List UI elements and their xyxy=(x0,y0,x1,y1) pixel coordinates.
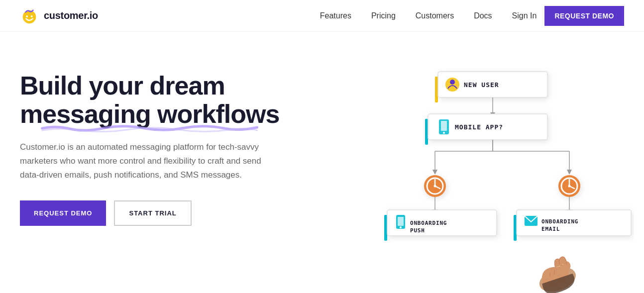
nav-link-docs[interactable]: Docs xyxy=(474,11,492,20)
svg-point-2 xyxy=(31,15,33,17)
svg-rect-11 xyxy=(425,119,428,145)
nav-links: Features Pricing Customers Docs xyxy=(320,11,492,20)
sign-in-button[interactable]: Sign In xyxy=(512,11,537,20)
hero-title: Build your dream messaging workflows xyxy=(20,72,279,128)
svg-text:PUSH: PUSH xyxy=(410,227,425,234)
hero-description: Customer.io is an automated messaging pl… xyxy=(20,140,279,182)
nav-link-features[interactable]: Features xyxy=(320,11,351,20)
svg-point-7 xyxy=(450,80,455,85)
logo-icon xyxy=(20,6,39,25)
svg-rect-48 xyxy=(514,215,517,241)
svg-point-0 xyxy=(23,10,36,23)
hero-content: Build your dream messaging workflows Cus… xyxy=(20,62,279,226)
svg-point-45 xyxy=(400,226,402,228)
svg-text:ONBOARDING: ONBOARDING xyxy=(541,218,578,225)
svg-text:EMAIL: EMAIL xyxy=(541,226,560,232)
svg-point-1 xyxy=(26,15,28,17)
svg-marker-21 xyxy=(432,170,437,175)
svg-rect-44 xyxy=(398,217,404,226)
svg-point-30 xyxy=(434,185,436,188)
svg-text:NEW USER: NEW USER xyxy=(464,81,499,89)
svg-point-35 xyxy=(568,185,571,188)
nav-request-demo-button[interactable]: REQUEST DEMO xyxy=(544,6,624,26)
svg-rect-15 xyxy=(441,121,447,131)
svg-marker-25 xyxy=(567,170,572,175)
svg-rect-40 xyxy=(384,215,387,241)
svg-point-16 xyxy=(443,132,445,134)
svg-text:MOBILE APP?: MOBILE APP? xyxy=(455,123,503,131)
hero-request-demo-button[interactable]: REQUEST DEMO xyxy=(20,200,106,226)
hero-start-trial-button[interactable]: START TRIAL xyxy=(114,200,191,226)
nav-link-pricing[interactable]: Pricing xyxy=(371,11,396,20)
hero-buttons: REQUEST DEMO START TRIAL xyxy=(20,200,279,226)
hero-section: Build your dream messaging workflows Cus… xyxy=(0,32,644,293)
nav-actions: Sign In REQUEST DEMO xyxy=(512,6,624,26)
logo[interactable]: customer.io xyxy=(20,6,98,25)
svg-rect-3 xyxy=(435,77,438,102)
nav-link-customers[interactable]: Customers xyxy=(416,11,454,20)
hand-pointer-icon xyxy=(533,254,580,293)
hero-title-line1: Build your dream xyxy=(20,71,225,100)
svg-text:ONBOARDING: ONBOARDING xyxy=(410,220,447,226)
navbar: customer.io Features Pricing Customers D… xyxy=(0,0,644,32)
logo-text: customer.io xyxy=(44,10,98,21)
workflow-diagram: NEW USER MOBILE APP? xyxy=(375,62,634,293)
title-underline xyxy=(20,123,279,132)
workflow-svg: NEW USER MOBILE APP? xyxy=(375,62,634,293)
hero-title-line2: messaging workflows xyxy=(20,100,279,128)
